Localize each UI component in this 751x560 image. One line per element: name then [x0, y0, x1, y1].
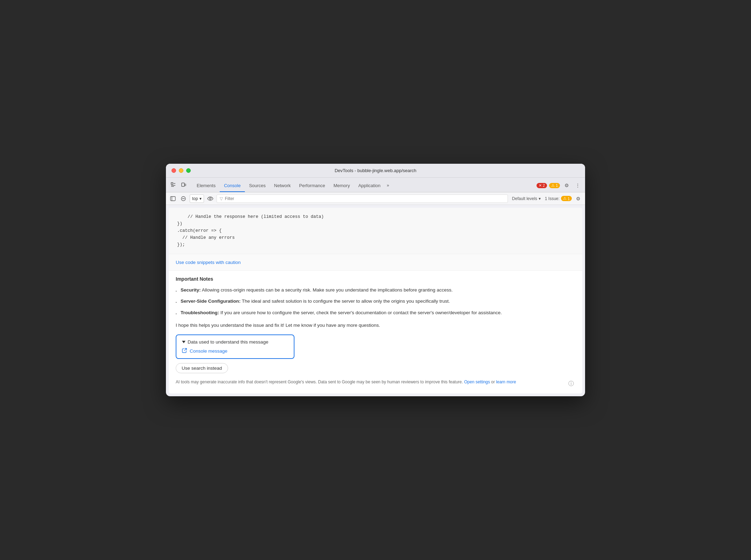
- note-troubleshooting-bold: Troubleshooting:: [181, 310, 219, 315]
- code-line-3: .catch(error => {: [177, 227, 574, 234]
- error-count: 2: [543, 183, 545, 187]
- device-toolbar-icon[interactable]: [179, 180, 188, 189]
- issue-badge[interactable]: 1 Issue: ⚠ 1: [545, 196, 572, 201]
- note-troubleshooting-text: If you are unsure how to configure the s…: [220, 310, 502, 315]
- data-used-box: Data used to understand this message Con…: [176, 334, 294, 359]
- minimize-button[interactable]: [179, 168, 183, 173]
- note-security-bold: Security:: [181, 287, 201, 293]
- caution-section: Use code snippets with caution: [169, 254, 582, 271]
- external-link-icon: [182, 348, 187, 354]
- window-title: DevTools - bubble-jingle.web.app/search: [335, 168, 416, 173]
- filter-icon: ▽: [220, 196, 223, 201]
- caution-link[interactable]: Use code snippets with caution: [176, 260, 241, 265]
- clear-console-icon[interactable]: [179, 194, 188, 203]
- context-selector[interactable]: top ▾: [190, 194, 204, 203]
- tab-network[interactable]: Network: [270, 179, 295, 192]
- traffic-lights: [172, 168, 191, 173]
- data-used-label: Data used to understand this message: [188, 339, 268, 345]
- default-levels-arrow: ▾: [539, 196, 541, 201]
- close-button[interactable]: [172, 168, 176, 173]
- devtools-window: DevTools - bubble-jingle.web.app/search …: [166, 164, 585, 396]
- svg-point-10: [209, 198, 211, 199]
- code-line-5: });: [177, 241, 574, 248]
- more-tabs-button[interactable]: »: [385, 179, 391, 192]
- ai-response: Important Notes • Security: Allowing cro…: [169, 271, 582, 393]
- more-options-icon[interactable]: ⋮: [573, 181, 582, 190]
- tab-memory[interactable]: Memory: [329, 179, 354, 192]
- chevron-right-icon: »: [387, 183, 389, 188]
- console-settings-icon[interactable]: ⚙: [574, 194, 582, 203]
- learn-more-link[interactable]: learn more: [496, 380, 516, 384]
- note-security: • Security: Allowing cross-origin reques…: [176, 287, 575, 294]
- devtools-icons: [169, 180, 191, 192]
- info-icon[interactable]: ⓘ: [568, 380, 575, 388]
- default-levels-label: Default levels: [512, 196, 537, 201]
- inspect-element-icon[interactable]: [169, 180, 178, 189]
- settings-gear-icon[interactable]: ⚙: [562, 181, 571, 190]
- code-block: // Handle the response here (limited acc…: [169, 208, 582, 254]
- triangle-down-icon: [182, 341, 185, 343]
- warning-badge[interactable]: ⚠ 1: [549, 183, 560, 188]
- context-label: top: [192, 196, 198, 201]
- warning-count: 1: [556, 183, 558, 187]
- code-line-2: }): [177, 220, 574, 227]
- svg-rect-0: [171, 183, 173, 184]
- use-search-container: Use search instead: [176, 363, 575, 379]
- ai-disclaimer: AI tools may generate inaccurate info th…: [176, 379, 575, 388]
- data-used-title: Data used to understand this message: [182, 339, 288, 345]
- maximize-button[interactable]: [186, 168, 191, 173]
- disclaimer-or: or: [491, 380, 496, 384]
- note-server-config-content: Server-Side Configuration: The ideal and…: [181, 298, 450, 305]
- default-levels-dropdown[interactable]: Default levels ▾: [510, 196, 543, 202]
- tab-right-actions: ✕ 2 ⚠ 1 ⚙ ⋮: [537, 181, 582, 192]
- note-server-config-bold: Server-Side Configuration:: [181, 299, 241, 304]
- issue-count-badge: ⚠ 1: [561, 196, 572, 201]
- note-security-content: Security: Allowing cross-origin requests…: [181, 287, 453, 294]
- bullet-icon: •: [176, 289, 178, 293]
- tab-sources[interactable]: Sources: [245, 179, 270, 192]
- console-content: // Handle the response here (limited acc…: [169, 208, 582, 393]
- tab-application[interactable]: Application: [354, 179, 385, 192]
- svg-line-11: [184, 348, 187, 351]
- console-message-link[interactable]: Console message: [182, 348, 288, 354]
- error-icon: ✕: [539, 183, 542, 188]
- svg-rect-4: [182, 183, 184, 186]
- tab-performance[interactable]: Performance: [295, 179, 329, 192]
- note-troubleshooting-content: Troubleshooting: If you are unsure how t…: [181, 309, 502, 316]
- error-badge[interactable]: ✕ 2: [537, 183, 547, 188]
- important-notes-title: Important Notes: [176, 276, 575, 282]
- notes-list: • Security: Allowing cross-origin reques…: [176, 287, 575, 316]
- disclaimer-main-text: AI tools may generate inaccurate info th…: [176, 380, 463, 384]
- note-troubleshooting: • Troubleshooting: If you are unsure how…: [176, 309, 575, 316]
- disclaimer-text: AI tools may generate inaccurate info th…: [176, 379, 516, 385]
- note-server-config-text: The ideal and safest solution is to conf…: [242, 299, 450, 304]
- eye-icon[interactable]: [206, 194, 214, 203]
- note-server-config: • Server-Side Configuration: The ideal a…: [176, 298, 575, 305]
- use-search-button[interactable]: Use search instead: [176, 363, 228, 373]
- code-line-1: // Handle the response here (limited acc…: [177, 213, 574, 220]
- svg-rect-6: [170, 197, 175, 201]
- issue-label: 1 Issue:: [545, 196, 560, 201]
- warning-icon: ⚠: [551, 183, 555, 188]
- filter-bar: ▽: [217, 194, 508, 203]
- dropdown-arrow: ▾: [199, 196, 202, 201]
- tab-elements[interactable]: Elements: [192, 179, 220, 192]
- closing-text: I hope this helps you understand the iss…: [176, 322, 575, 329]
- devtools-tabs-bar: Elements Console Sources Network Perform…: [166, 178, 585, 192]
- warning-small-icon: ⚠: [563, 196, 567, 201]
- console-message-label: Console message: [190, 348, 227, 354]
- note-security-text: Allowing cross-origin requests can be a …: [202, 287, 453, 293]
- issue-count: 1: [568, 197, 570, 201]
- svg-rect-5: [185, 184, 186, 186]
- filter-input[interactable]: [225, 196, 505, 201]
- open-settings-link[interactable]: Open settings: [464, 380, 490, 384]
- tab-console[interactable]: Console: [220, 179, 245, 192]
- bullet-icon-2: •: [176, 300, 178, 304]
- bullet-icon-3: •: [176, 312, 178, 316]
- titlebar: DevTools - bubble-jingle.web.app/search: [166, 164, 585, 178]
- console-toolbar: top ▾ ▽ Default levels ▾ 1 Issue: ⚠ 1 ⚙: [166, 192, 585, 205]
- code-line-4: // Handle any errors: [177, 234, 574, 241]
- sidebar-toggle-icon[interactable]: [169, 194, 177, 203]
